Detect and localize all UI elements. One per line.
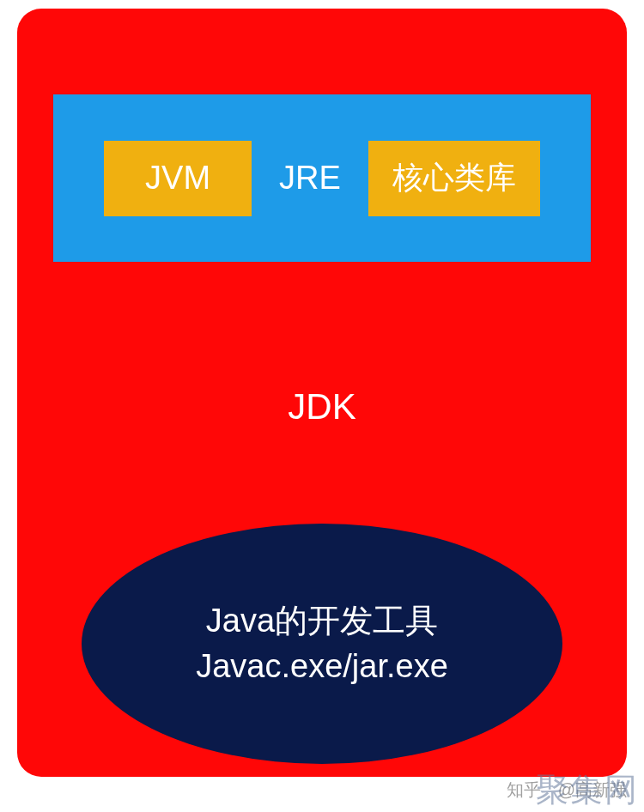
jdk-container: JVM JRE 核心类库 JDK Java的开发工具 Javac.exe/jar… (17, 9, 627, 777)
jvm-label: JVM (145, 160, 210, 197)
dev-tools-line2: Javac.exe/jar.exe (196, 644, 448, 689)
dev-tools-ellipse: Java的开发工具 Javac.exe/jar.exe (82, 524, 562, 764)
watermark-site: 聚集网 (536, 768, 639, 812)
core-library-box: 核心类库 (368, 141, 540, 216)
core-library-label: 核心类库 (392, 157, 516, 199)
jdk-label: JDK (17, 386, 627, 427)
jre-box: JVM JRE 核心类库 (53, 94, 591, 262)
dev-tools-line1: Java的开发工具 (206, 598, 438, 644)
jre-label: JRE (272, 160, 348, 197)
jvm-box: JVM (104, 141, 252, 216)
